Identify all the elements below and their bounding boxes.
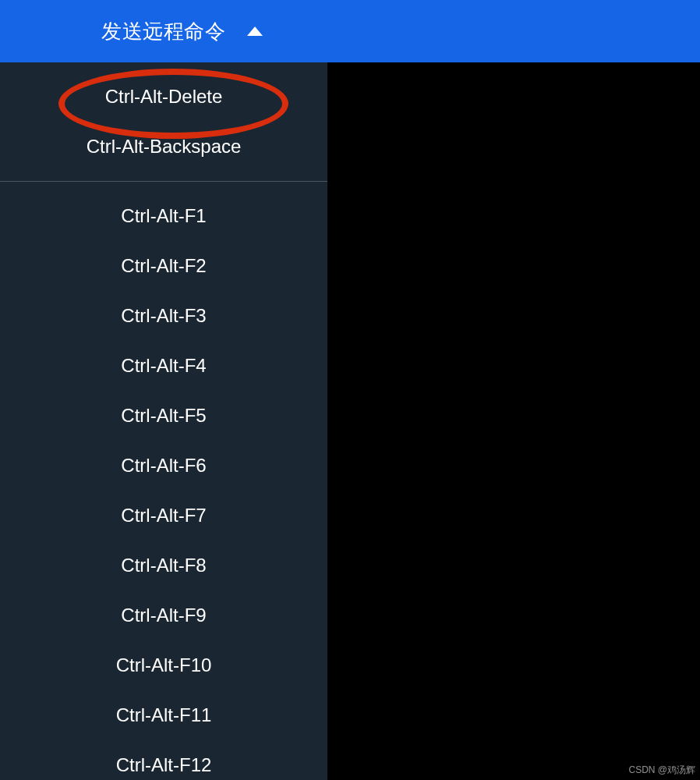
send-remote-command-header[interactable]: 发送远程命令	[0, 0, 700, 62]
menu-item-ctrl-alt-f10[interactable]: Ctrl-Alt-F10	[0, 640, 327, 690]
menu-item-ctrl-alt-f11[interactable]: Ctrl-Alt-F11	[0, 690, 327, 740]
menu-item-label: Ctrl-Alt-F2	[121, 255, 206, 277]
menu-item-ctrl-alt-f3[interactable]: Ctrl-Alt-F3	[0, 291, 327, 341]
menu-item-label: Ctrl-Alt-F5	[121, 405, 206, 427]
menu-item-label: Ctrl-Alt-F11	[116, 704, 212, 726]
menu-item-ctrl-alt-f8[interactable]: Ctrl-Alt-F8	[0, 541, 327, 590]
menu-item-label: Ctrl-Alt-F4	[121, 355, 206, 377]
menu-item-ctrl-alt-f5[interactable]: Ctrl-Alt-F5	[0, 391, 327, 441]
remote-command-menu: Ctrl-Alt-Delete Ctrl-Alt-Backspace Ctrl-…	[0, 62, 327, 780]
menu-item-ctrl-alt-delete[interactable]: Ctrl-Alt-Delete	[0, 72, 327, 122]
watermark-text: CSDN @鸡汤辉	[628, 764, 695, 777]
menu-item-label: Ctrl-Alt-Backspace	[87, 136, 242, 158]
menu-item-label: Ctrl-Alt-F10	[116, 654, 212, 676]
menu-item-label: Ctrl-Alt-F7	[121, 505, 206, 526]
menu-item-label: Ctrl-Alt-Delete	[105, 86, 223, 108]
menu-item-ctrl-alt-f9[interactable]: Ctrl-Alt-F9	[0, 590, 327, 640]
menu-section-primary: Ctrl-Alt-Delete Ctrl-Alt-Backspace	[0, 62, 327, 181]
menu-item-label: Ctrl-Alt-F1	[121, 205, 206, 227]
menu-item-label: Ctrl-Alt-F6	[121, 455, 206, 477]
menu-item-ctrl-alt-f4[interactable]: Ctrl-Alt-F4	[0, 341, 327, 391]
menu-item-ctrl-alt-f6[interactable]: Ctrl-Alt-F6	[0, 441, 327, 491]
menu-item-label: Ctrl-Alt-F12	[116, 754, 212, 776]
menu-item-ctrl-alt-f2[interactable]: Ctrl-Alt-F2	[0, 241, 327, 291]
menu-section-fkeys: Ctrl-Alt-F1 Ctrl-Alt-F2 Ctrl-Alt-F3 Ctrl…	[0, 182, 327, 780]
menu-item-ctrl-alt-f1[interactable]: Ctrl-Alt-F1	[0, 191, 327, 241]
menu-item-ctrl-alt-f7[interactable]: Ctrl-Alt-F7	[0, 491, 327, 541]
menu-item-label: Ctrl-Alt-F9	[121, 604, 206, 626]
menu-item-ctrl-alt-f12[interactable]: Ctrl-Alt-F12	[0, 740, 327, 780]
header-label: 发送远程命令	[101, 18, 225, 45]
menu-item-label: Ctrl-Alt-F8	[121, 555, 206, 576]
menu-item-label: Ctrl-Alt-F3	[121, 305, 206, 327]
menu-item-ctrl-alt-backspace[interactable]: Ctrl-Alt-Backspace	[0, 122, 327, 172]
collapse-triangle-up-icon	[247, 27, 263, 36]
